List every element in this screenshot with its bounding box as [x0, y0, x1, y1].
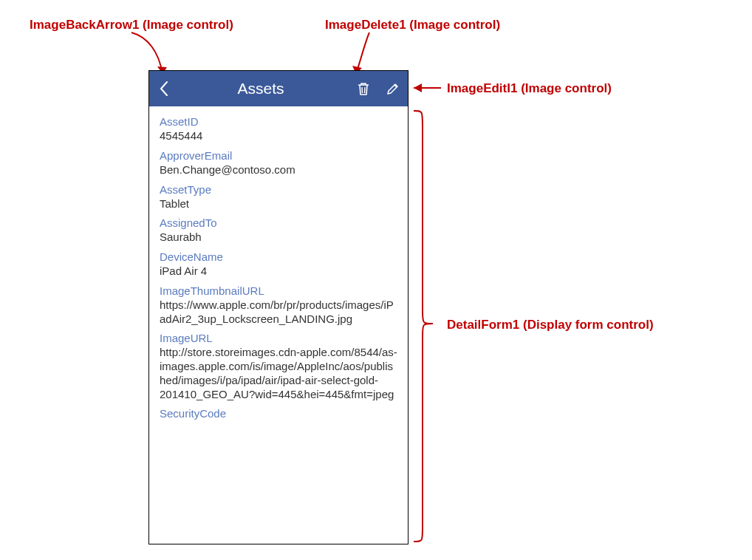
callout-edit: ImageEditI1 (Image control): [447, 81, 612, 96]
svg-line-5: [365, 87, 366, 93]
field-value: https://www.apple.com/br/pr/products/ima…: [160, 298, 397, 327]
field-securitycode: SecurityCode: [160, 407, 397, 420]
field-devicename: DeviceName iPad Air 4: [160, 250, 397, 279]
app-header: Assets: [149, 71, 408, 106]
edit-button[interactable]: [378, 71, 408, 106]
pencil-icon: [386, 82, 400, 95]
page-title-text: Assets: [237, 80, 284, 97]
callout-delete: ImageDelete1 (Image control): [325, 18, 500, 33]
field-label: AssetType: [160, 183, 397, 196]
field-imageurl: ImageURL http://store.storeimages.cdn-ap…: [160, 332, 397, 401]
trash-icon: [357, 81, 370, 96]
field-label: ImageThumbnailURL: [160, 284, 397, 297]
field-label: ImageURL: [160, 332, 397, 344]
field-value: Tablet: [160, 197, 397, 211]
field-label: SecurityCode: [160, 407, 397, 420]
field-label: AssetID: [160, 115, 397, 128]
field-imagethumbnailurl: ImageThumbnailURL https://www.apple.com/…: [160, 284, 397, 327]
field-value: 4545444: [160, 129, 397, 143]
chevron-left-icon: [159, 81, 169, 97]
callout-back-arrow: ImageBackArrow1 (Image control): [30, 18, 233, 33]
field-label: ApproverEmail: [160, 149, 397, 162]
field-assettype: AssetType Tablet: [160, 183, 397, 211]
app-frame: Assets AssetID 4545444 ApproverEmail Ben…: [148, 70, 409, 544]
svg-marker-3: [414, 83, 422, 92]
svg-line-4: [362, 87, 363, 93]
field-label: DeviceName: [160, 250, 397, 263]
back-button[interactable]: [149, 71, 179, 106]
field-value: http://store.storeimages.cdn-apple.com/8…: [160, 346, 397, 401]
delete-button[interactable]: [349, 71, 378, 106]
field-assetid: AssetID 4545444: [160, 115, 397, 143]
detail-form: AssetID 4545444 ApproverEmail Ben.Change…: [149, 106, 408, 420]
field-assignedto: AssignedTo Saurabh: [160, 216, 397, 245]
field-value: iPad Air 4: [160, 264, 397, 279]
field-value: Saurabh: [160, 231, 397, 245]
field-label: AssignedTo: [160, 216, 397, 229]
field-value: Ben.Change@contoso.com: [160, 163, 397, 177]
field-approveremail: ApproverEmail Ben.Change@contoso.com: [160, 149, 397, 177]
callout-detail-form: DetailForm1 (Display form control): [447, 318, 654, 332]
